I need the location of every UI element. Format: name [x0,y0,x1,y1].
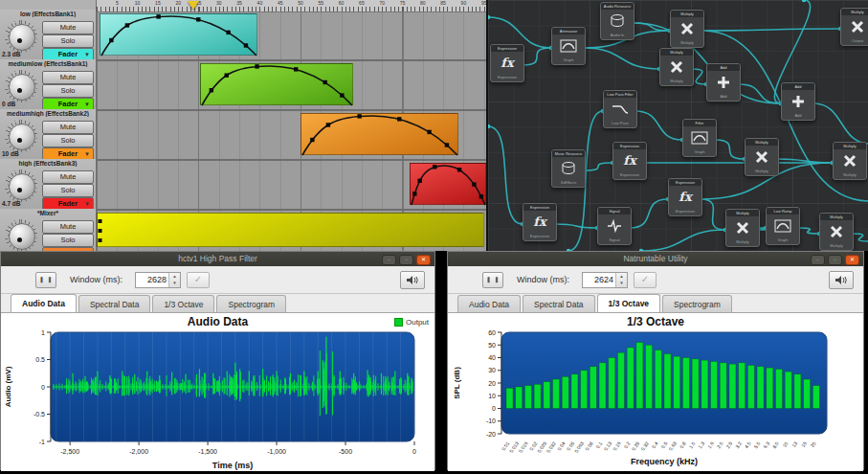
tab-spectrogram[interactable]: Spectrogram [662,295,732,312]
audio-clip[interactable] [410,163,486,205]
graph-node-multiply[interactable]: MultiplyMultiply [745,138,779,176]
graph-node-graph[interactable]: Low RampGraph [766,207,800,245]
tab-audio-data[interactable]: Audio Data [11,294,77,312]
arrangement-area[interactable]: 5101520253035404550556065707580859095 [97,0,486,251]
graph-node-multiply[interactable]: MultiplyMultiply [659,48,694,86]
tab-1-3-octave[interactable]: 1/3 Octave [597,294,661,312]
envelope-handle[interactable] [412,192,416,195]
pause-button[interactable]: ❚ ❚ [482,272,503,288]
maximize-button[interactable]: ▫ [828,255,842,265]
knob-dial[interactable] [9,173,35,200]
envelope-handle[interactable] [294,67,298,71]
window-ms-spinner[interactable]: 2624 ▲▼ [582,272,628,288]
close-button[interactable]: ✕ [416,255,431,265]
graph-node-output[interactable]: MultiplyOutput [840,8,868,46]
tab-spectral-data[interactable]: Spectral Data [78,295,151,312]
graph-node-multiply[interactable]: MultiplyMultiply [725,209,760,247]
graph-node-graph[interactable]: AttenuatorGraph [551,27,586,65]
graph-node-expression[interactable]: ExpressionfxExpression [490,44,524,82]
close-button[interactable]: ✕ [845,255,859,265]
knob-dial[interactable] [9,74,35,101]
envelope-handle[interactable] [226,31,230,34]
spinner-up-icon[interactable]: ▲ [169,273,180,280]
solo-button[interactable]: Solo [42,84,94,98]
solo-button[interactable]: Solo [42,234,94,247]
graph-node-audio-in[interactable]: Audio ResourceAudio In [600,2,634,40]
envelope-handle[interactable] [196,17,200,21]
minimize-button[interactable]: – [811,255,825,265]
envelope-handle[interactable] [156,14,160,18]
knob-dial[interactable] [9,223,35,250]
envelope-handle[interactable] [326,123,330,126]
envelope-handle[interactable] [479,194,483,198]
envelope-handle[interactable] [397,117,401,121]
graph-node-expression[interactable]: ExpressionfxExpression [523,203,557,241]
titlebar[interactable]: Natruntable Utility – ▫ ✕ [448,252,863,266]
mute-button[interactable]: Mute [42,121,94,134]
tab-audio-data[interactable]: Audio Data [457,295,521,312]
mute-button[interactable]: Mute [42,71,94,84]
graph-node-signal[interactable]: SignalSignal [597,207,632,245]
spinner-up-icon[interactable]: ▲ [616,273,627,280]
node-graph-panel[interactable]: Audio ResourceAudio InExpressionfxExpres… [486,0,868,251]
envelope-handle[interactable] [418,179,422,183]
envelope-handle[interactable] [125,23,129,27]
maximize-button[interactable]: ▫ [399,255,413,265]
playhead-marker[interactable] [188,1,199,10]
gain-knob[interactable] [5,120,37,152]
audio-clip[interactable] [97,213,484,247]
minimize-button[interactable]: – [382,255,396,265]
window-ms-value[interactable]: 2628 [138,273,167,287]
solo-button[interactable]: Solo [42,184,94,197]
envelope-handle[interactable] [244,43,248,47]
tab-1-3-octave[interactable]: 1/3 Octave [152,295,214,312]
graph-node-multiply[interactable]: MultiplyMultiply [833,142,867,180]
graph-node-3xeffects[interactable]: Music Resource3xEffects [551,149,586,188]
graph-node-expression[interactable]: ExpressionfxExpression [668,178,702,216]
graph-node-add[interactable]: AddAdd [706,63,741,102]
gain-knob[interactable] [5,219,37,251]
envelope-handle[interactable] [433,165,436,169]
knob-dial[interactable] [9,24,35,51]
envelope-handle[interactable] [323,80,326,84]
apply-button[interactable]: ✓ [187,272,210,288]
audio-clip[interactable] [100,13,257,56]
envelope-handle[interactable] [457,168,461,171]
envelope-handle[interactable] [340,93,344,97]
timeline-ruler[interactable]: 5101520253035404550556065707580859095 [97,0,486,12]
graph-node-multiply[interactable]: MultiplyMultiply [670,10,704,48]
titlebar[interactable]: hctv1 High Pass Filter – ▫ ✕ [1,252,434,266]
graph-node-expression[interactable]: ExpressionfxExpression [612,142,647,180]
envelope-handle[interactable] [225,73,229,77]
gain-knob[interactable] [5,20,37,53]
tab-spectrogram[interactable]: Spectrogram [216,295,286,312]
apply-button[interactable]: ✓ [634,272,657,288]
mute-button[interactable]: Mute [42,170,94,184]
graph-node-graph[interactable]: FilterGraph [682,119,717,157]
envelope-handle[interactable] [210,88,213,92]
knob-dial[interactable] [9,124,35,150]
spinner-down-icon[interactable]: ▼ [169,280,180,286]
spinner-down-icon[interactable]: ▼ [616,280,627,286]
window-ms-value[interactable]: 2624 [585,273,613,287]
mute-button[interactable]: Mute [42,220,94,234]
tab-spectral-data[interactable]: Spectral Data [523,295,595,312]
window-ms-spinner[interactable]: 2628 ▲▼ [135,272,181,288]
envelope-handle[interactable] [427,130,431,134]
graph-node-multiply[interactable]: MultiplyMultiply [819,213,854,251]
graph-node-low-pass[interactable]: Low Pass FilterLow Pass [603,90,637,128]
envelope-handle[interactable] [472,182,476,186]
pause-button[interactable]: ❚ ❚ [35,272,56,288]
spinner-arrows[interactable]: ▲▼ [168,273,180,287]
graph-node-add[interactable]: AddAdd [781,82,815,121]
envelope-handle[interactable] [357,114,361,118]
envelope-handle[interactable] [310,138,314,142]
gain-knob[interactable] [5,70,37,102]
audio-clip[interactable] [300,113,458,155]
envelope-handle[interactable] [109,38,113,42]
gain-knob[interactable] [5,169,37,202]
speaker-button[interactable] [829,271,854,289]
solo-button[interactable]: Solo [42,34,94,48]
envelope-handle[interactable] [445,143,449,147]
spinner-arrows[interactable]: ▲▼ [615,273,627,287]
